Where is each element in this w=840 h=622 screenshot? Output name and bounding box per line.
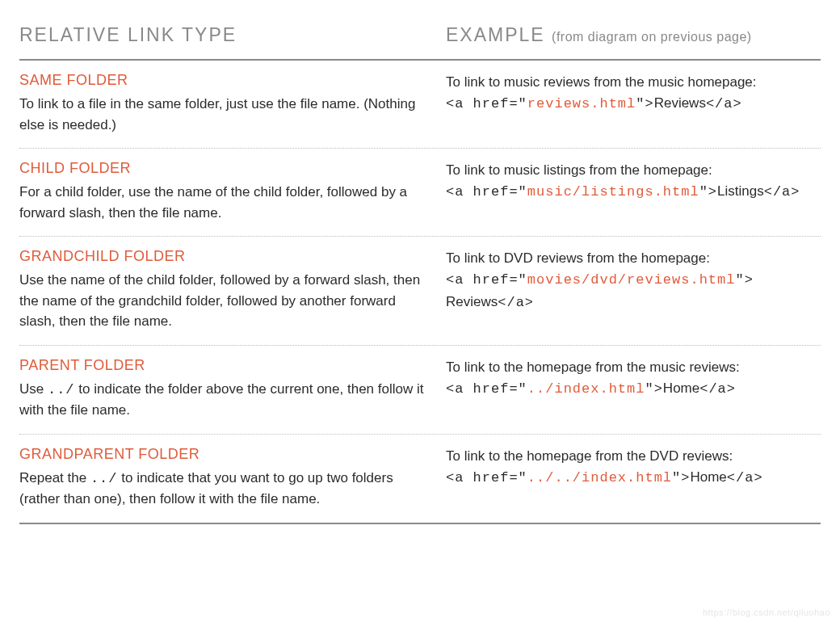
code-prefix: <a href="	[446, 381, 527, 397]
section-left: PARENT FOLDER Use ../ to indicate the fo…	[19, 357, 446, 421]
section-row: PARENT FOLDER Use ../ to indicate the fo…	[19, 346, 821, 435]
code-prefix: <a href="	[446, 96, 527, 111]
link-text: Home	[663, 380, 699, 396]
example-code-line: <a href="reviews.html">Reviews</a>	[446, 93, 821, 115]
example-intro: To link to the homepage from the DVD rev…	[446, 446, 821, 467]
code-mid: ">	[645, 381, 662, 397]
section-example: To link to the homepage from the DVD rev…	[446, 446, 821, 510]
desc-pre: Repeat the	[19, 470, 90, 485]
watermark: https://blog.csdn.net/qiluohao	[703, 607, 830, 617]
section-desc: Use the name of the child folder, follow…	[19, 270, 430, 332]
code-href: music/listings.html	[527, 184, 699, 200]
header-row: RELATIVE LINK TYPE EXAMPLE (from diagram…	[19, 24, 821, 61]
example-intro: To link to music reviews from the music …	[446, 72, 821, 93]
code-mid: ">	[735, 272, 753, 288]
header-left: RELATIVE LINK TYPE	[19, 24, 446, 46]
link-text: Listings	[717, 183, 764, 199]
section-title: GRANDPARENT FOLDER	[19, 446, 430, 463]
link-text: Reviews	[446, 294, 498, 309]
section-left: GRANDCHILD FOLDER Use the name of the ch…	[19, 248, 446, 332]
code-href: reviews.html	[527, 96, 636, 111]
header-right-label: EXAMPLE	[446, 24, 545, 45]
code-suffix: </a>	[727, 470, 763, 485]
section-example: To link to the homepage from the music r…	[446, 357, 821, 421]
code-prefix: <a href="	[446, 470, 527, 485]
example-intro: To link to DVD reviews from the homepage…	[446, 248, 821, 269]
code-suffix: </a>	[498, 295, 534, 310]
section-row: SAME FOLDER To link to a file in the sam…	[19, 61, 821, 149]
code-prefix: <a href="	[446, 184, 527, 200]
section-left: SAME FOLDER To link to a file in the sam…	[19, 72, 446, 135]
example-intro: To link to music listings from the homep…	[446, 160, 821, 181]
code-href: movies/dvd/reviews.html	[527, 272, 736, 288]
section-title: GRANDCHILD FOLDER	[19, 248, 430, 265]
example-code-line: <a href="../index.html">Home</a>	[446, 378, 821, 400]
section-title: CHILD FOLDER	[19, 160, 430, 177]
section-row: GRANDPARENT FOLDER Repeat the ../ to ind…	[19, 435, 821, 524]
section-left: CHILD FOLDER For a child folder, use the…	[19, 160, 446, 223]
section-desc: Repeat the ../ to indicate that you want…	[19, 468, 430, 510]
code-suffix: </a>	[764, 184, 800, 200]
section-desc: To link to a file in the same folder, ju…	[19, 94, 430, 135]
header-note: (from diagram on previous page)	[552, 30, 752, 44]
section-row: GRANDCHILD FOLDER Use the name of the ch…	[19, 237, 821, 346]
code-suffix: </a>	[699, 381, 736, 397]
code-mid: ">	[672, 470, 690, 485]
example-code-line: <a href="music/listings.html">Listings</…	[446, 181, 821, 203]
code-prefix: <a href="	[446, 272, 527, 288]
code-href: ../../index.html	[527, 470, 672, 485]
section-title: PARENT FOLDER	[19, 357, 430, 374]
code-mid: ">	[636, 96, 653, 111]
section-example: To link to DVD reviews from the homepage…	[446, 248, 821, 332]
header-right: EXAMPLE (from diagram on previous page)	[446, 24, 821, 46]
code-href: ../index.html	[527, 381, 645, 397]
section-desc: Use ../ to indicate the folder above the…	[19, 379, 430, 421]
section-desc: For a child folder, use the name of the …	[19, 182, 430, 223]
desc-post: to indicate the folder above the current…	[19, 381, 423, 418]
section-example: To link to music reviews from the music …	[446, 72, 821, 135]
header-left-label: RELATIVE LINK TYPE	[19, 24, 237, 45]
example-code-line: <a href="movies/dvd/reviews.html">Review…	[446, 269, 821, 313]
example-code-line: <a href="../../index.html">Home</a>	[446, 467, 821, 489]
example-intro: To link to the homepage from the music r…	[446, 357, 821, 378]
section-title: SAME FOLDER	[19, 72, 430, 89]
section-row: CHILD FOLDER For a child folder, use the…	[19, 149, 821, 237]
desc-code: ../	[90, 471, 118, 486]
code-suffix: </a>	[706, 96, 742, 111]
code-mid: ">	[699, 184, 717, 200]
desc-code: ../	[48, 382, 75, 397]
desc-pre: Use	[19, 381, 48, 397]
section-left: GRANDPARENT FOLDER Repeat the ../ to ind…	[19, 446, 446, 510]
link-text: Home	[690, 469, 726, 485]
link-text: Reviews	[654, 95, 706, 111]
section-example: To link to music listings from the homep…	[446, 160, 821, 223]
